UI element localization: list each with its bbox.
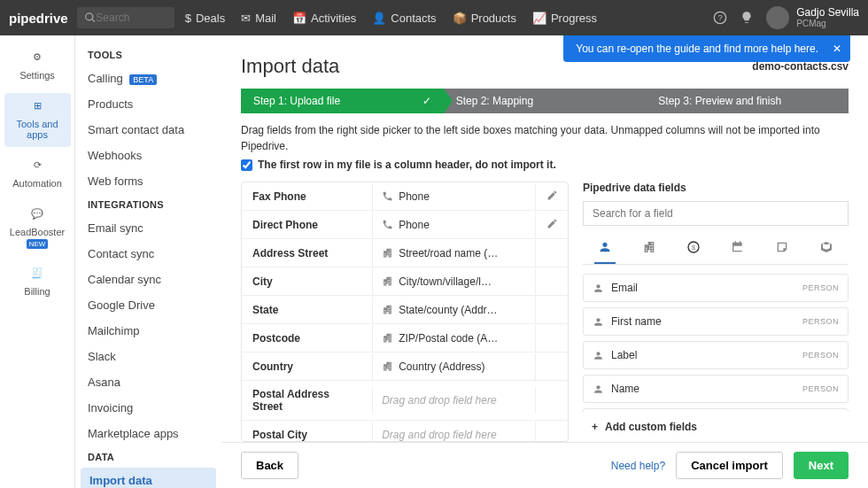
- cancel-import-button[interactable]: Cancel import: [676, 452, 783, 479]
- source-column: Postal City: [242, 422, 372, 443]
- user-name: Gadjo Sevilla: [796, 7, 859, 19]
- pencil-icon: [546, 218, 558, 229]
- sidebar-item-email-sync[interactable]: Email sync: [75, 215, 221, 241]
- sidebar-item-google-drive[interactable]: Google Drive: [75, 292, 221, 318]
- user-menu[interactable]: Gadjo Sevilla PCMag: [766, 6, 859, 29]
- org-icon: [382, 275, 393, 287]
- leftbar: ⚙Settings⊞Tools and apps⟳Automation💬Lead…: [0, 35, 75, 488]
- leftbar-automation[interactable]: ⟳Automation: [4, 152, 71, 196]
- nav-contacts[interactable]: 👤Contacts: [372, 12, 436, 25]
- edit-mapping[interactable]: [536, 218, 568, 232]
- mapped-field[interactable]: Phone: [372, 212, 536, 238]
- leftbar-tools-and-apps[interactable]: ⊞Tools and apps: [4, 93, 71, 147]
- sidebar-heading: TOOLS: [75, 44, 221, 66]
- sidebar-item-products[interactable]: Products: [75, 91, 221, 117]
- field-search-input[interactable]: [583, 201, 849, 226]
- leftbar-settings[interactable]: ⚙Settings: [4, 44, 71, 88]
- header-row-input[interactable]: [241, 159, 252, 171]
- picker-title: Pipedrive data fields: [583, 182, 849, 194]
- sidebar-item-webhooks[interactable]: Webhooks: [75, 143, 221, 168]
- need-help-link[interactable]: Need help?: [611, 460, 665, 472]
- tab-activity[interactable]: [727, 235, 748, 264]
- sidebar-item-web-forms[interactable]: Web forms: [75, 168, 221, 194]
- mapped-field[interactable]: ZIP/Postal code (A…: [372, 325, 536, 352]
- sidebar: TOOLSCalling BETAProductsSmart contact d…: [75, 35, 221, 488]
- mapped-field[interactable]: Street/road name (…: [372, 240, 536, 267]
- step: Step 3: Preview and finish: [646, 89, 849, 113]
- leftbar-leadbooster[interactable]: 💬LeadBooster NEW: [4, 201, 71, 255]
- mapped-field[interactable]: City/town/village/l…: [372, 268, 536, 295]
- org-icon: [382, 304, 393, 315]
- banner-close[interactable]: ✕: [833, 43, 841, 55]
- sidebar-item-smart-contact-data[interactable]: Smart contact data: [75, 117, 221, 143]
- sidebar-item-marketplace-apps[interactable]: Marketplace apps: [75, 421, 221, 446]
- back-button[interactable]: Back: [241, 452, 298, 479]
- instruction-text: Drag fields from the right side picker t…: [241, 122, 849, 154]
- mapping-row: Postal Address StreetDrag and drop field…: [242, 381, 568, 421]
- logo: pipedrive: [9, 11, 68, 26]
- org-icon: [382, 332, 393, 344]
- contacts-icon: 👤: [372, 12, 386, 25]
- field-picker: Pipedrive data fields EmailPERSONFirst n…: [583, 182, 849, 442]
- mapping-row: CityCity/town/village/l…: [242, 267, 568, 296]
- nav-deals[interactable]: $Deals: [185, 12, 225, 25]
- leftbar-billing[interactable]: 🧾Billing: [4, 260, 71, 304]
- nav-products[interactable]: 📦Products: [453, 12, 516, 25]
- tab-note[interactable]: [771, 235, 793, 264]
- sidebar-item-invoicing[interactable]: Invoicing: [75, 395, 221, 421]
- mapping-row: PostcodeZIP/Postal code (A…: [242, 324, 568, 352]
- person-icon: [593, 316, 604, 328]
- field-item[interactable]: NamePERSON: [583, 375, 849, 403]
- next-button[interactable]: Next: [794, 452, 849, 479]
- tab-product[interactable]: [816, 235, 837, 264]
- sidebar-item-import-data[interactable]: Import data: [81, 468, 216, 488]
- field-item[interactable]: First namePERSON: [583, 307, 849, 336]
- sidebar-heading: DATA: [75, 446, 221, 468]
- topbar: pipedrive $Deals✉Mail📅Activities👤Contact…: [0, 0, 868, 35]
- source-column: Fax Phone: [242, 183, 372, 210]
- mapped-field[interactable]: Phone: [372, 183, 536, 210]
- source-column: State: [242, 297, 372, 323]
- field-item[interactable]: EmailPERSON: [583, 274, 849, 302]
- content: You can re-open the guide and find more …: [221, 35, 868, 488]
- phone-icon: [382, 219, 393, 230]
- help-icon[interactable]: ?: [713, 11, 727, 25]
- tab-person[interactable]: [594, 235, 616, 264]
- sidebar-item-asana[interactable]: Asana: [75, 369, 221, 395]
- field-category-tabs: [583, 235, 849, 265]
- sidebar-item-contact-sync[interactable]: Contact sync: [75, 241, 221, 267]
- page-title: Import data: [241, 55, 339, 78]
- nav-mail[interactable]: ✉Mail: [241, 12, 276, 25]
- global-search[interactable]: [77, 7, 174, 28]
- search-input[interactable]: [96, 12, 167, 24]
- topnav: $Deals✉Mail📅Activities👤Contacts📦Products…: [185, 12, 714, 25]
- edit-mapping[interactable]: [536, 190, 568, 204]
- field-item[interactable]: LabelPERSON: [583, 341, 849, 369]
- tab-deal[interactable]: [683, 235, 704, 264]
- deals-icon: $: [185, 12, 191, 25]
- nav-activities[interactable]: 📅Activities: [292, 12, 356, 25]
- mapped-field[interactable]: State/county (Addr…: [372, 297, 536, 323]
- sidebar-item-calendar-sync[interactable]: Calendar sync: [75, 267, 221, 292]
- header-row-checkbox[interactable]: The first row in my file is a column hea…: [241, 157, 849, 173]
- activities-icon: 📅: [292, 12, 306, 25]
- org-icon: [382, 247, 393, 259]
- sidebar-item-slack[interactable]: Slack: [75, 344, 221, 369]
- drop-target[interactable]: Drag and drop field here: [372, 422, 536, 443]
- tips-icon[interactable]: [740, 11, 754, 25]
- tab-org[interactable]: [639, 235, 660, 264]
- drop-target[interactable]: Drag and drop field here: [372, 387, 536, 414]
- search-icon: [84, 11, 97, 25]
- source-column: Address Street: [242, 240, 372, 267]
- sidebar-item-mailchimp[interactable]: Mailchimp: [75, 318, 221, 344]
- sidebar-item-calling[interactable]: Calling BETA: [75, 66, 221, 91]
- org-icon: [382, 360, 393, 372]
- person-icon: [593, 283, 604, 294]
- mapped-field[interactable]: Country (Address): [372, 353, 536, 380]
- nav-progress[interactable]: 📈Progress: [532, 12, 597, 25]
- mapping-row: Direct PhonePhone: [242, 211, 568, 239]
- user-sub: PCMag: [796, 19, 859, 28]
- mapping-row: Fax PhonePhone: [242, 182, 568, 211]
- mapping-row: StateState/county (Addr…: [242, 296, 568, 324]
- add-custom-fields[interactable]: +Add custom fields: [583, 412, 849, 442]
